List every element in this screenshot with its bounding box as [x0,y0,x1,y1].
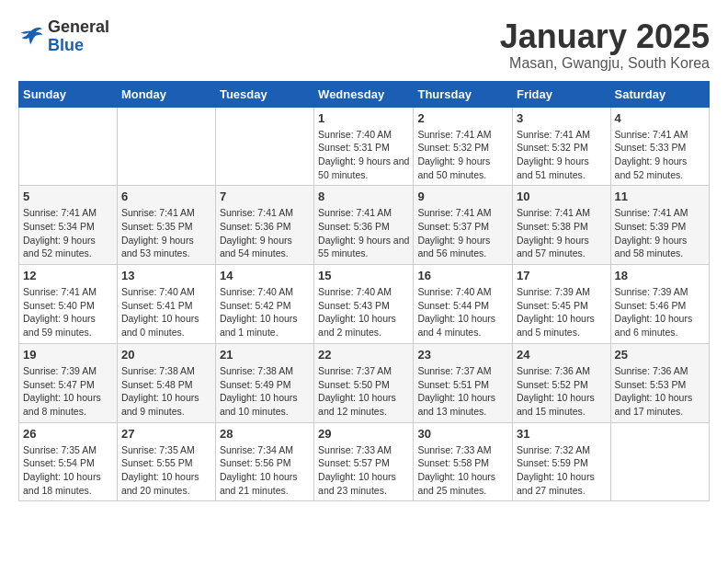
weekday-header-row: SundayMondayTuesdayWednesdayThursdayFrid… [19,81,710,107]
day-number: 26 [23,427,113,441]
day-number: 15 [318,269,409,282]
day-number: 18 [615,269,705,282]
day-info: Sunrise: 7:40 AMSunset: 5:42 PMDaylight:… [220,285,310,339]
day-number: 28 [220,427,310,441]
calendar-table: SundayMondayTuesdayWednesdayThursdayFrid… [18,81,710,502]
calendar-cell: 6 Sunrise: 7:41 AMSunset: 5:35 PMDayligh… [117,186,215,265]
calendar-cell: 25 Sunrise: 7:36 AMSunset: 5:53 PMDaylig… [610,343,709,422]
day-info: Sunrise: 7:41 AMSunset: 5:36 PMDaylight:… [220,206,310,260]
calendar-cell: 30 Sunrise: 7:33 AMSunset: 5:58 PMDaylig… [414,422,513,501]
week-row-4: 19 Sunrise: 7:39 AMSunset: 5:47 PMDaylig… [19,343,710,422]
day-number: 23 [417,348,508,362]
day-info: Sunrise: 7:41 AMSunset: 5:36 PMDaylight:… [318,206,409,260]
day-info: Sunrise: 7:41 AMSunset: 5:39 PMDaylight:… [615,206,705,260]
calendar-cell: 5 Sunrise: 7:41 AMSunset: 5:34 PMDayligh… [19,186,118,265]
calendar-cell: 12 Sunrise: 7:41 AMSunset: 5:40 PMDaylig… [19,265,118,344]
day-info: Sunrise: 7:41 AMSunset: 5:40 PMDaylight:… [23,285,113,339]
day-number: 27 [121,427,211,441]
day-info: Sunrise: 7:40 AMSunset: 5:41 PMDaylight:… [121,285,211,339]
day-info: Sunrise: 7:41 AMSunset: 5:37 PMDaylight:… [417,206,508,260]
calendar-cell: 24 Sunrise: 7:36 AMSunset: 5:52 PMDaylig… [513,343,611,422]
calendar-cell [117,107,215,186]
day-number: 12 [23,269,113,282]
calendar-cell: 14 Sunrise: 7:40 AMSunset: 5:42 PMDaylig… [215,265,313,344]
calendar-cell: 23 Sunrise: 7:37 AMSunset: 5:51 PMDaylig… [414,343,513,422]
weekday-header-friday: Friday [513,81,611,107]
day-info: Sunrise: 7:39 AMSunset: 5:47 PMDaylight:… [23,364,113,419]
calendar-cell: 13 Sunrise: 7:40 AMSunset: 5:41 PMDaylig… [117,265,215,344]
calendar-cell [215,107,313,186]
calendar-cell: 8 Sunrise: 7:41 AMSunset: 5:36 PMDayligh… [314,186,414,265]
calendar-cell [19,107,118,186]
logo-blue-text: Blue [48,36,84,54]
day-number: 29 [318,427,409,441]
day-info: Sunrise: 7:34 AMSunset: 5:56 PMDaylight:… [220,443,310,498]
day-number: 17 [517,269,607,282]
day-info: Sunrise: 7:36 AMSunset: 5:53 PMDaylight:… [615,364,705,419]
day-number: 5 [23,190,113,203]
calendar-cell: 2 Sunrise: 7:41 AMSunset: 5:32 PMDayligh… [414,107,513,186]
calendar-cell: 1 Sunrise: 7:40 AMSunset: 5:31 PMDayligh… [314,107,414,186]
weekday-header-saturday: Saturday [610,81,709,107]
calendar-cell: 10 Sunrise: 7:41 AMSunset: 5:38 PMDaylig… [513,186,611,265]
day-info: Sunrise: 7:41 AMSunset: 5:32 PMDaylight:… [417,128,508,182]
weekday-header-monday: Monday [117,81,215,107]
day-number: 19 [23,348,113,362]
header: General Blue January 2025 Masan, Gwangju… [18,18,710,72]
weekday-header-wednesday: Wednesday [314,81,414,107]
day-info: Sunrise: 7:41 AMSunset: 5:38 PMDaylight:… [517,206,607,260]
day-number: 8 [318,190,409,203]
calendar-cell: 19 Sunrise: 7:39 AMSunset: 5:47 PMDaylig… [19,343,118,422]
day-number: 21 [220,348,310,362]
logo: General Blue [18,18,109,55]
day-info: Sunrise: 7:32 AMSunset: 5:59 PMDaylight:… [517,443,607,498]
day-info: Sunrise: 7:38 AMSunset: 5:48 PMDaylight:… [121,364,211,419]
day-number: 9 [417,190,508,203]
calendar-subtitle: Masan, Gwangju, South Korea [500,55,710,72]
weekday-header-sunday: Sunday [19,81,118,107]
logo-general-text: General [48,17,109,36]
day-number: 10 [517,190,607,203]
week-row-1: 1 Sunrise: 7:40 AMSunset: 5:31 PMDayligh… [19,107,710,186]
calendar-cell: 20 Sunrise: 7:38 AMSunset: 5:48 PMDaylig… [117,343,215,422]
calendar-cell: 7 Sunrise: 7:41 AMSunset: 5:36 PMDayligh… [215,186,313,265]
calendar-cell: 22 Sunrise: 7:37 AMSunset: 5:50 PMDaylig… [314,343,414,422]
week-row-2: 5 Sunrise: 7:41 AMSunset: 5:34 PMDayligh… [19,186,710,265]
calendar-cell: 16 Sunrise: 7:40 AMSunset: 5:44 PMDaylig… [414,265,513,344]
day-info: Sunrise: 7:41 AMSunset: 5:35 PMDaylight:… [121,206,211,260]
day-info: Sunrise: 7:40 AMSunset: 5:44 PMDaylight:… [417,285,508,339]
calendar-cell: 29 Sunrise: 7:33 AMSunset: 5:57 PMDaylig… [314,422,414,501]
day-info: Sunrise: 7:39 AMSunset: 5:46 PMDaylight:… [615,285,705,339]
day-number: 6 [121,190,211,203]
day-info: Sunrise: 7:41 AMSunset: 5:33 PMDaylight:… [615,128,705,182]
logo-text: General Blue [48,18,109,55]
day-info: Sunrise: 7:41 AMSunset: 5:34 PMDaylight:… [23,206,113,260]
logo-bird-icon [18,24,44,50]
day-number: 25 [615,348,705,362]
day-number: 31 [517,427,607,441]
calendar-cell: 9 Sunrise: 7:41 AMSunset: 5:37 PMDayligh… [414,186,513,265]
week-row-3: 12 Sunrise: 7:41 AMSunset: 5:40 PMDaylig… [19,265,710,344]
calendar-cell: 11 Sunrise: 7:41 AMSunset: 5:39 PMDaylig… [610,186,709,265]
calendar-cell: 4 Sunrise: 7:41 AMSunset: 5:33 PMDayligh… [610,107,709,186]
title-area: January 2025 Masan, Gwangju, South Korea [500,18,710,72]
day-info: Sunrise: 7:39 AMSunset: 5:45 PMDaylight:… [517,285,607,339]
day-info: Sunrise: 7:37 AMSunset: 5:50 PMDaylight:… [318,364,409,419]
weekday-header-thursday: Thursday [414,81,513,107]
day-number: 20 [121,348,211,362]
day-info: Sunrise: 7:40 AMSunset: 5:31 PMDaylight:… [318,128,409,182]
day-info: Sunrise: 7:35 AMSunset: 5:55 PMDaylight:… [121,443,211,498]
weekday-header-tuesday: Tuesday [215,81,313,107]
calendar-cell: 18 Sunrise: 7:39 AMSunset: 5:46 PMDaylig… [610,265,709,344]
day-info: Sunrise: 7:36 AMSunset: 5:52 PMDaylight:… [517,364,607,419]
day-info: Sunrise: 7:33 AMSunset: 5:57 PMDaylight:… [318,443,409,498]
day-number: 13 [121,269,211,282]
day-number: 30 [417,427,508,441]
calendar-cell: 21 Sunrise: 7:38 AMSunset: 5:49 PMDaylig… [215,343,313,422]
day-number: 2 [417,111,508,125]
day-number: 11 [615,190,705,203]
calendar-cell: 28 Sunrise: 7:34 AMSunset: 5:56 PMDaylig… [215,422,313,501]
day-number: 4 [615,111,705,125]
day-number: 1 [318,111,409,125]
day-info: Sunrise: 7:37 AMSunset: 5:51 PMDaylight:… [417,364,508,419]
